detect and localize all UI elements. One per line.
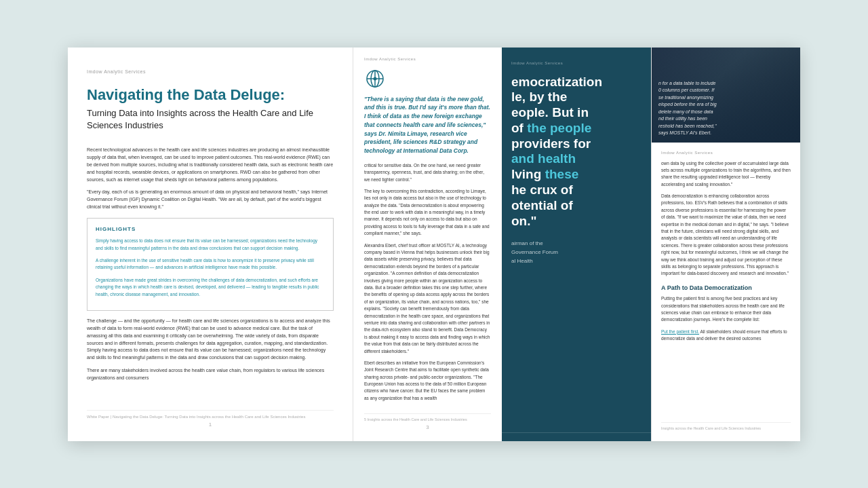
big-text-line-1: emocratization	[511, 75, 602, 89]
page-4-section-title: A Path to Data Democratization	[661, 283, 791, 293]
page-4-body: own data by using the collective power o…	[661, 160, 791, 418]
page-1-title: Navigating the Data Deluge:	[87, 86, 334, 103]
body-para-3: The challenge — and the opportunity — fo…	[87, 318, 334, 362]
page-1-brand: Imdow Analytic Services	[87, 69, 334, 74]
page-2-para-1: critical for sensitive data. On the one …	[364, 162, 491, 183]
page-3: Imdow Analytic Services emocratization l…	[502, 48, 651, 441]
page-2: Imdow Analytic Services "There is a sayi…	[353, 48, 502, 441]
page-3-top: Imdow Analytic Services emocratization l…	[502, 48, 651, 427]
highlight-item-2: A challenge inherent in the use of sensi…	[96, 257, 325, 271]
page-4-footer: Insights across the Health Care and Life…	[661, 422, 791, 430]
page-1-number: 1	[87, 421, 334, 428]
page-3-number	[502, 432, 651, 441]
body-para-1: Recent technological advances in the hea…	[87, 147, 334, 183]
page-3-attr-1: airman of the	[511, 240, 642, 248]
page-4-para-2: Data democratization is enhancing collab…	[661, 193, 791, 278]
big-text-line-5: providers for	[511, 136, 591, 151]
big-text-line-10: on."	[511, 214, 537, 228]
page-4-link[interactable]: Put the patient first.	[661, 329, 699, 334]
highlights-text: Simply having access to data does not en…	[96, 238, 325, 298]
highlight-item-3: Organizations have made great strides in…	[96, 277, 325, 298]
page-2-body: critical for sensitive data. On the one …	[364, 162, 491, 408]
globe-icon	[364, 68, 386, 90]
highlight-1-span: Simply having access to data does not en…	[96, 238, 317, 250]
page-4-image: n for a data table to include 0 columns …	[652, 48, 800, 143]
page-3-big-text: emocratization le, by the eople. But in …	[511, 75, 642, 229]
body-para-4: There are many stakeholders involved acr…	[87, 367, 334, 382]
page-2-footer: 5 Insights across the Health Care and Li…	[364, 413, 491, 421]
highlights-title: HIGHLIGHTS	[96, 225, 325, 233]
big-text-line-9: otential of	[511, 198, 573, 212]
highlight-item-1: Simply having access to data does not en…	[96, 238, 325, 252]
page-1: Imdow Analytic Services Navigating the D…	[68, 48, 353, 441]
page-4-content: Imdow Analytic Services own data by usin…	[652, 143, 800, 441]
page-2-brand: Imdow Analytic Services	[364, 57, 491, 61]
page-3-brand: Imdow Analytic Services	[511, 61, 642, 65]
body-para-2: "Every day, each of us is generating an …	[87, 189, 334, 211]
page-4-link-text: Put the patient first. All stakeholders …	[661, 329, 791, 343]
page-4-brand: Imdow Analytic Services	[661, 151, 791, 155]
big-text-line-2: le, by the	[511, 90, 567, 104]
highlights-box: HIGHLIGHTS Simply having access to data …	[87, 218, 334, 311]
page-1-body: Recent technological advances in the hea…	[87, 147, 334, 402]
big-text-line-4: of the people	[511, 121, 591, 135]
page-4: n for a data table to include 0 columns …	[651, 48, 800, 441]
page-3-attr-3: al Health	[511, 257, 642, 266]
page-1-footer: White Paper | Navigating the Data Deluge…	[87, 410, 334, 419]
big-text-line-7: lving these	[511, 167, 578, 181]
big-text-line-8: he crux of	[511, 183, 573, 197]
page-4-image-text: n for a data table to include 0 columns …	[652, 75, 724, 143]
page-3-attr-2: Governance Forum	[511, 248, 642, 257]
svg-point-4	[374, 77, 377, 80]
page-4-image-quote: n for a data table to include 0 columns …	[658, 80, 717, 137]
page-2-para-2: The key to overcoming this contradiction…	[364, 188, 491, 238]
big-text-line-6: and health	[511, 151, 576, 166]
highlight-2-span: A challenge inherent in the use of sensi…	[96, 258, 314, 269]
page-4-section-body: Putting the patient first is among five …	[661, 295, 791, 324]
highlight-3-span: Organizations have made great strides in…	[96, 278, 319, 297]
page-4-para-1: own data by using the collective power o…	[661, 160, 791, 189]
page-2-para-3: Alexandra Ebert, chief trust officer at …	[364, 242, 491, 355]
pages-container: Imdow Analytic Services Navigating the D…	[68, 48, 800, 441]
big-text-line-3: eople. But in	[511, 105, 589, 119]
page-2-quote: "There is a saying that data is the new …	[364, 95, 491, 155]
page-2-number: 3	[364, 424, 491, 430]
page-2-para-4: Ebert describes an initiative from the E…	[364, 360, 491, 402]
page-1-subtitle: Turning Data into Insights across the He…	[87, 107, 334, 132]
page-3-attribution: airman of the Governance Forum al Health	[511, 240, 642, 265]
